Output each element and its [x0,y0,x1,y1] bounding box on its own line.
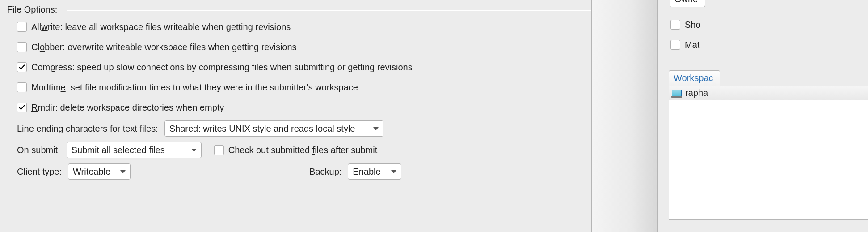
workspace-tab[interactable]: Workspac [669,70,720,86]
side-match-checkbox[interactable] [670,40,680,50]
side-match-option: Mat [670,36,868,53]
compress-label: Compress: speed up slow connections by c… [31,62,413,73]
client-type-dropdown[interactable]: Writeable [68,163,131,180]
workspace-row-label: rapha [685,88,708,98]
side-show-checkbox[interactable] [670,20,680,30]
line-ending-row: Line ending characters for text files: S… [17,119,591,138]
allwrite-label: Allwrite: leave all workspace files writ… [31,22,291,32]
compress-checkbox[interactable] [17,62,27,72]
chevron-down-icon [120,170,126,173]
workspace-list[interactable]: rapha [669,86,868,220]
allwrite-option: Allwrite: leave all workspace files writ… [17,18,591,35]
chevron-down-icon [191,149,197,152]
on-submit-dropdown[interactable]: Submit all selected files [67,142,202,158]
clobber-option: Clobber: overwrite writeable workspace f… [17,39,591,56]
rmdir-checkbox[interactable] [17,103,27,112]
owner-dropdown[interactable]: Owne [670,0,705,7]
compress-option: Compress: speed up slow connections by c… [17,59,591,76]
modtime-checkbox[interactable] [17,82,27,92]
backup-value: Enable [353,167,388,177]
side-match-label: Mat [685,40,699,50]
side-pane: Owne Sho Mat Workspac rapha [658,0,868,232]
on-submit-row: On submit: Submit all selected files Che… [17,141,591,159]
checkmark-icon [18,104,25,111]
allwrite-checkbox[interactable] [17,22,27,32]
checkmark-icon [18,64,25,71]
backup-label: Backup: [309,167,341,177]
backup-dropdown[interactable]: Enable [348,163,401,180]
modtime-label: Modtime: set file modification times to … [31,82,358,93]
line-ending-dropdown[interactable]: Shared: writes UNIX style and reads loca… [164,120,383,137]
side-show-option: Sho [670,16,868,33]
clobber-checkbox[interactable] [17,42,27,52]
modtime-option: Modtime: set file modification times to … [17,79,591,96]
workspace-row[interactable]: rapha [669,86,868,100]
file-options-pane: File Options: Allwrite: leave all worksp… [0,0,592,232]
line-ending-value: Shared: writes UNIX style and reads loca… [169,124,371,134]
client-type-value: Writeable [73,167,118,177]
checkout-after-label: Check out submitted files after submit [228,145,378,155]
section-rule [67,10,591,11]
side-show-label: Sho [685,20,701,30]
checkout-after-checkbox[interactable] [214,145,224,155]
monitor-icon [672,90,682,97]
workspace-block: Workspac rapha [669,70,868,220]
line-ending-label: Line ending characters for text files: [17,124,158,134]
rmdir-option: Rmdir: delete workspace directories when… [17,99,591,116]
chevron-down-icon [391,170,396,173]
clobber-label: Clobber: overwrite writeable workspace f… [31,42,297,52]
rmdir-label: Rmdir: delete workspace directories when… [31,103,224,113]
on-submit-label: On submit: [17,145,60,155]
chevron-down-icon [373,127,379,130]
owner-value: Owne [674,0,704,4]
client-backup-row: Client type: Writeable Backup: Enable [17,162,591,181]
client-type-label: Client type: [17,167,62,177]
splitter[interactable] [592,0,658,232]
on-submit-value: Submit all selected files [72,145,189,155]
